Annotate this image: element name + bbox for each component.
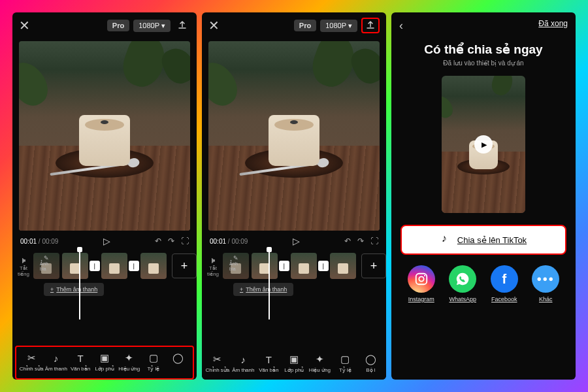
mute-button[interactable]: 🕨Tắt tiếng: [206, 255, 220, 277]
tool-label: Chỉnh sửa: [20, 366, 44, 372]
close-icon[interactable]: ✕: [19, 18, 30, 33]
play-icon[interactable]: ▷: [293, 236, 300, 246]
tiktok-label: Chia sẻ lên TikTok: [457, 235, 527, 245]
share-other[interactable]: ••• Khác: [532, 265, 559, 302]
pro-badge[interactable]: Pro: [294, 20, 316, 31]
tool-more[interactable]: ◯: [166, 352, 189, 372]
share-preview[interactable]: ▶: [442, 76, 525, 213]
resolution-label: 1080P: [325, 22, 346, 29]
tool-effects[interactable]: ✦Hiệu ứng: [118, 352, 141, 372]
cover-label: Ảnh bìa: [40, 261, 53, 271]
playhead[interactable]: [269, 249, 270, 319]
share-whatsapp[interactable]: WhatsApp: [449, 265, 476, 302]
music-icon: ♪: [241, 353, 246, 365]
cover-thumb[interactable]: ✎Ảnh bìa: [33, 253, 59, 279]
tool-overlay[interactable]: ▣Lớp phủ: [282, 353, 306, 373]
redo-icon[interactable]: ↷: [168, 237, 174, 246]
transition-icon[interactable]: ❘: [129, 261, 139, 271]
clip-thumb[interactable]: [291, 253, 317, 279]
share-apps-row: Instagram WhatsApp f Facebook ••• Khác: [400, 265, 566, 302]
tool-more[interactable]: ◯Bộ l: [359, 353, 382, 373]
add-clip-button[interactable]: +: [361, 253, 386, 278]
time-bar: 00:01 / 00:09 ▷ ↶ ↷ ⛶: [12, 233, 197, 249]
resolution-label: 1080P: [139, 22, 159, 29]
export-icon[interactable]: [361, 18, 380, 33]
fullscreen-icon[interactable]: ⛶: [370, 237, 378, 246]
clip-thumb[interactable]: [252, 253, 278, 279]
chevron-down-icon: ▾: [161, 22, 165, 30]
add-audio-button[interactable]: + Thêm âm thanh: [44, 283, 104, 296]
redo-icon[interactable]: ↷: [357, 237, 364, 246]
tool-label: Văn bản: [259, 367, 278, 373]
transition-icon[interactable]: ❘: [90, 261, 100, 271]
editor-screen-2: ✕ Pro 1080P▾ 00:01 / 00:09 ▷ ↶ ↷ ⛶ 🕨Tắt …: [202, 12, 386, 380]
transition-icon[interactable]: ❘: [318, 261, 329, 271]
clip-thumb[interactable]: [330, 253, 356, 279]
cover-thumb[interactable]: ✎Ảnh bìa: [223, 253, 249, 279]
clip-thumb[interactable]: [140, 253, 167, 279]
top-bar: ✕ Pro 1080P▾: [202, 12, 386, 39]
speaker-off-icon: 🕨: [206, 255, 220, 265]
tool-edit[interactable]: ✂Chỉnh sửa: [20, 352, 44, 372]
resolution-button[interactable]: 1080P▾: [320, 20, 357, 32]
undo-icon[interactable]: ↶: [155, 237, 161, 246]
tool-audio[interactable]: ♪Âm thanh: [44, 352, 68, 372]
scissors-icon: ✂: [213, 353, 221, 365]
svg-point-2: [424, 275, 425, 276]
tool-label: Lớp phủ: [95, 366, 114, 372]
share-tiktok-button[interactable]: Chia sẻ lên TikTok: [400, 225, 566, 255]
transition-icon[interactable]: ❘: [279, 261, 289, 271]
tool-label: Tỷ lệ: [339, 367, 351, 373]
tool-ratio[interactable]: ▢Tỷ lệ: [333, 353, 357, 373]
back-icon[interactable]: ‹: [399, 19, 403, 33]
filter-icon: ◯: [365, 353, 376, 365]
app-label: WhatsApp: [449, 296, 476, 302]
time-current: 00:01: [20, 238, 37, 245]
done-button[interactable]: Đã xong: [538, 19, 568, 33]
add-audio-label: Thêm âm thanh: [246, 286, 287, 293]
undo-icon[interactable]: ↶: [344, 237, 351, 246]
export-icon[interactable]: [174, 19, 190, 32]
mute-button[interactable]: 🕨Tắt tiếng: [16, 255, 31, 277]
share-title: Có thể chia sẻ ngay: [391, 42, 576, 57]
close-icon[interactable]: ✕: [208, 18, 220, 33]
fullscreen-icon[interactable]: ⛶: [181, 237, 189, 246]
app-label: Khác: [539, 296, 553, 302]
tool-overlay[interactable]: ▣Lớp phủ: [93, 352, 116, 372]
video-preview[interactable]: [208, 41, 380, 231]
tool-label: Bộ l: [366, 367, 375, 373]
overlay-icon: ▣: [289, 353, 299, 365]
filter-icon: ◯: [172, 352, 184, 364]
clip-thumb[interactable]: [101, 253, 127, 279]
pencil-icon: ✎: [44, 255, 49, 261]
play-icon[interactable]: ▷: [103, 236, 110, 246]
editor-screen-1: ✕ Pro 1080P▾ 00:01 / 00:09 ▷ ↶ ↷ ⛶ 🕨Tắt …: [12, 12, 197, 380]
sparkle-icon: ✦: [125, 352, 133, 364]
instagram-icon: [408, 265, 435, 293]
clip-thumb[interactable]: [62, 253, 88, 279]
share-subtitle: Đã lưu vào thiết bị và dự án: [391, 59, 576, 67]
tool-edit[interactable]: ✂Chỉnh sửa: [206, 353, 230, 373]
playhead[interactable]: [79, 249, 80, 319]
timeline[interactable]: 🕨Tắt tiếng ✎Ảnh bìa ❘ ❘ + + Thêm âm than…: [12, 249, 197, 300]
tool-ratio[interactable]: ▢Tỷ lệ: [142, 352, 165, 372]
tool-text[interactable]: TVăn bản: [69, 352, 92, 372]
play-overlay-icon[interactable]: ▶: [474, 135, 493, 154]
pro-badge[interactable]: Pro: [107, 20, 129, 31]
video-preview[interactable]: [19, 41, 190, 231]
resolution-button[interactable]: 1080P▾: [133, 20, 171, 32]
share-instagram[interactable]: Instagram: [408, 265, 435, 302]
add-audio-button[interactable]: + Thêm âm thanh: [233, 283, 293, 296]
tool-text[interactable]: TVăn bản: [257, 353, 280, 373]
ratio-icon: ▢: [340, 353, 350, 365]
music-icon: ♪: [54, 352, 59, 364]
tool-effects[interactable]: ✦Hiệu ứng: [308, 353, 331, 373]
tool-audio[interactable]: ♪Âm thanh: [231, 353, 255, 373]
tool-label: Hiệu ứng: [118, 366, 140, 372]
timeline[interactable]: 🕨Tắt tiếng ✎Ảnh bìa ❘ ❘ + + Thêm âm than…: [202, 249, 386, 300]
sparkle-icon: ✦: [316, 353, 324, 365]
add-clip-button[interactable]: +: [172, 253, 197, 278]
add-audio-label: Thêm âm thanh: [56, 286, 97, 293]
share-facebook[interactable]: f Facebook: [491, 265, 518, 302]
scissors-icon: ✂: [27, 352, 36, 364]
